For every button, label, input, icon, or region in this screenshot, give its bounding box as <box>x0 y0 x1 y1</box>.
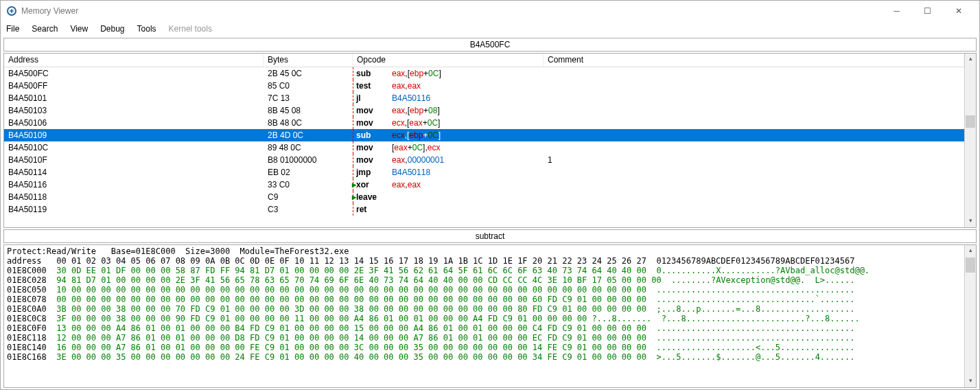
disasm-row[interactable]: B4A501038B 45 08moveax,[ebp+08] <box>4 104 964 117</box>
maximize-button[interactable]: ☐ <box>912 1 943 21</box>
menu-view[interactable]: View <box>70 24 88 34</box>
close-button[interactable]: ✕ <box>943 1 974 21</box>
scrollbar-thumb[interactable] <box>966 257 975 273</box>
disasm-row[interactable]: B4A501092B 4D 0Csubecx,[ebp+0C] <box>4 129 964 141</box>
menu-search[interactable]: Search <box>32 24 58 34</box>
scrollbar-vertical[interactable]: ▴ ▾ <box>964 54 976 227</box>
disasm-row[interactable]: B4A500FC2B 45 0Csubeax,[ebp+0C] <box>4 67 964 80</box>
disasm-row[interactable]: B4A50119C3ret <box>4 203 964 216</box>
disassembly-panel: Address Bytes Opcode Comment B4A500FC2B … <box>3 53 977 228</box>
disasm-row[interactable]: B4A5010FB8 01000000moveax,000000011 <box>4 154 964 166</box>
disasm-row[interactable]: B4A501017C 13jlB4A50116 <box>4 92 964 104</box>
disasm-row[interactable]: B4A50118C9▸leave <box>4 191 964 203</box>
app-icon <box>6 5 17 16</box>
instruction-hint: subtract <box>3 229 977 243</box>
scroll-up-icon[interactable]: ▴ <box>965 245 976 257</box>
scroll-up-icon[interactable]: ▴ <box>965 54 976 65</box>
disasm-row[interactable]: B4A501068B 48 0Cmovecx,[eax+0C] <box>4 117 964 129</box>
disasm-row[interactable]: B4A50114EB 02jmpB4A50118 <box>4 166 964 179</box>
scroll-down-icon[interactable]: ▾ <box>965 376 976 387</box>
title-bar: Memory Viewer ─ ☐ ✕ <box>1 1 979 21</box>
col-opcode[interactable]: Opcode <box>353 54 544 67</box>
minimize-button[interactable]: ─ <box>881 1 912 21</box>
disasm-row[interactable]: B4A5010C89 48 0Cmov[eax+0C],ecx <box>4 141 964 154</box>
window-title: Memory Viewer <box>21 6 78 16</box>
address-bar[interactable]: B4A500FC <box>3 38 977 51</box>
menu-bar: File Search View Debug Tools Kernel tool… <box>1 21 979 36</box>
scrollbar-thumb[interactable] <box>966 115 975 128</box>
disasm-row[interactable]: B4A5011633 C0▸xoreax,eax <box>4 179 964 191</box>
col-address[interactable]: Address <box>4 54 264 67</box>
col-comment[interactable]: Comment <box>544 54 964 67</box>
scroll-down-icon[interactable]: ▾ <box>965 216 976 227</box>
disasm-row[interactable]: B4A500FF85 C0testeax,eax <box>4 80 964 92</box>
col-bytes[interactable]: Bytes <box>264 54 353 67</box>
window-controls: ─ ☐ ✕ <box>881 1 974 21</box>
menu-file[interactable]: File <box>6 24 19 34</box>
menu-tools[interactable]: Tools <box>137 24 156 34</box>
hex-scrollbar[interactable]: ▴ ▾ <box>964 245 976 387</box>
disassembly-rows[interactable]: B4A500FC2B 45 0Csubeax,[ebp+0C]B4A500FF8… <box>4 67 964 216</box>
menu-kernel-tools[interactable]: Kernel tools <box>169 24 212 34</box>
disassembly-header: Address Bytes Opcode Comment <box>4 54 964 67</box>
hex-panel: Protect:Read/Write Base=01E8C000 Size=30… <box>3 244 977 388</box>
hex-dump[interactable]: Protect:Read/Write Base=01E8C000 Size=30… <box>4 245 964 387</box>
menu-debug[interactable]: Debug <box>100 24 124 34</box>
